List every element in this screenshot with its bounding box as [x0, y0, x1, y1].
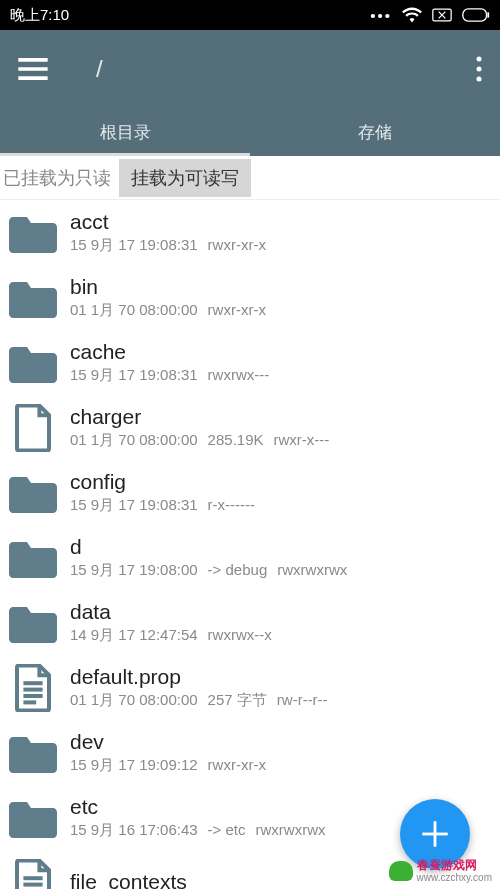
- signal-dots-icon: •••: [370, 7, 392, 24]
- file-meta: 15 9月 17 19:08:31rwxr-xr-x: [70, 236, 500, 255]
- file-meta: 15 9月 17 19:08:00-> debugrwxrwxrwx: [70, 561, 500, 580]
- list-item[interactable]: default.prop01 1月 70 08:00:00257 字节rw-r-…: [0, 655, 500, 720]
- list-item[interactable]: cache15 9月 17 19:08:31rwxrwx---: [0, 330, 500, 395]
- svg-rect-2: [487, 12, 489, 17]
- file-link: -> debug: [208, 561, 268, 580]
- file-link: -> etc: [208, 821, 246, 840]
- file-name: data: [70, 600, 500, 624]
- list-item[interactable]: bin01 1月 70 08:00:00rwxr-xr-x: [0, 265, 500, 330]
- file-date: 15 9月 17 19:08:31: [70, 496, 198, 515]
- watermark: 春蚕游戏网 www.czchxy.com: [389, 859, 492, 883]
- app-bar-top: /: [0, 30, 500, 108]
- menu-icon[interactable]: [18, 58, 48, 80]
- folder-icon: [8, 793, 58, 843]
- folder-icon: [8, 468, 58, 518]
- list-item[interactable]: acct15 9月 17 19:08:31rwxr-xr-x: [0, 200, 500, 265]
- list-item[interactable]: config15 9月 17 19:08:31r-x------: [0, 460, 500, 525]
- status-icons: •••: [370, 7, 490, 24]
- svg-rect-1: [463, 9, 487, 21]
- tab-1[interactable]: 存储: [250, 108, 500, 156]
- file-name: bin: [70, 275, 500, 299]
- mount-readonly-label: 已挂载为只读: [0, 166, 111, 190]
- file-date: 01 1月 70 08:00:00: [70, 691, 198, 710]
- plus-icon: [418, 817, 452, 851]
- wifi-icon: [402, 7, 422, 23]
- file-date: 15 9月 16 17:06:43: [70, 821, 198, 840]
- folder-icon: [8, 533, 58, 583]
- file-icon: [8, 403, 58, 453]
- file-name: default.prop: [70, 665, 500, 689]
- list-item[interactable]: d15 9月 17 19:08:00-> debugrwxrwxrwx: [0, 525, 500, 590]
- status-bar: 晚上7:10 •••: [0, 0, 500, 30]
- file-perm: rwxr-xr-x: [208, 756, 266, 775]
- file-perm: rwxrwx--x: [208, 626, 272, 645]
- file-perm: rwxrwxrwx: [256, 821, 326, 840]
- list-item[interactable]: dev15 9月 17 19:09:12rwxr-xr-x: [0, 720, 500, 785]
- status-time: 晚上7:10: [10, 6, 370, 25]
- file-meta: 01 1月 70 08:00:00257 字节rw-r--r--: [70, 691, 500, 710]
- folder-icon: [8, 273, 58, 323]
- file-size: 257 字节: [208, 691, 267, 710]
- mount-rw-button[interactable]: 挂载为可读写: [119, 159, 251, 197]
- file-perm: r-x------: [208, 496, 255, 515]
- textfile-icon: [8, 858, 58, 890]
- file-date: 01 1月 70 08:00:00: [70, 301, 198, 320]
- file-meta: 15 9月 17 19:09:12rwxr-xr-x: [70, 756, 500, 775]
- file-name: config: [70, 470, 500, 494]
- list-item[interactable]: charger01 1月 70 08:00:00285.19Krwxr-x---: [0, 395, 500, 460]
- file-perm: rw-r--r--: [277, 691, 328, 710]
- file-name: dev: [70, 730, 500, 754]
- breadcrumb-path[interactable]: /: [48, 55, 476, 83]
- watermark-name: 春蚕游戏网: [417, 859, 492, 872]
- watermark-url: www.czchxy.com: [417, 872, 492, 883]
- file-date: 15 9月 17 19:08:31: [70, 366, 198, 385]
- file-date: 01 1月 70 08:00:00: [70, 431, 198, 450]
- watermark-logo-icon: [389, 861, 413, 881]
- file-perm: rwxrwx---: [208, 366, 270, 385]
- file-list: acct15 9月 17 19:08:31rwxr-xr-xbin01 1月 7…: [0, 200, 500, 889]
- list-item[interactable]: data14 9月 17 12:47:54rwxrwx--x: [0, 590, 500, 655]
- file-meta: 01 1月 70 08:00:00285.19Krwxr-x---: [70, 431, 500, 450]
- file-name: cache: [70, 340, 500, 364]
- file-date: 15 9月 17 19:08:00: [70, 561, 198, 580]
- file-meta: 15 9月 17 19:08:31r-x------: [70, 496, 500, 515]
- battery-icon: [462, 8, 490, 22]
- mount-status: 已挂载为只读 挂载为可读写: [0, 156, 500, 200]
- svg-point-4: [477, 67, 482, 72]
- file-name: acct: [70, 210, 500, 234]
- tabs: 根目录存储: [0, 108, 500, 156]
- app-bar: / 根目录存储: [0, 30, 500, 156]
- file-perm: rwxr-xr-x: [208, 301, 266, 320]
- file-date: 15 9月 17 19:09:12: [70, 756, 198, 775]
- file-perm: rwxr-xr-x: [208, 236, 266, 255]
- file-name: d: [70, 535, 500, 559]
- file-name: charger: [70, 405, 500, 429]
- folder-icon: [8, 598, 58, 648]
- textfile-icon: [8, 663, 58, 713]
- file-meta: 15 9月 17 19:08:31rwxrwx---: [70, 366, 500, 385]
- close-box-icon: [432, 8, 452, 22]
- file-perm: rwxrwxrwx: [277, 561, 347, 580]
- file-perm: rwxr-x---: [274, 431, 330, 450]
- file-size: 285.19K: [208, 431, 264, 450]
- folder-icon: [8, 338, 58, 388]
- svg-point-5: [477, 77, 482, 82]
- file-date: 15 9月 17 19:08:31: [70, 236, 198, 255]
- folder-icon: [8, 728, 58, 778]
- file-meta: 14 9月 17 12:47:54rwxrwx--x: [70, 626, 500, 645]
- more-icon[interactable]: [476, 56, 482, 82]
- folder-icon: [8, 208, 58, 258]
- tab-0[interactable]: 根目录: [0, 108, 250, 156]
- svg-point-3: [477, 57, 482, 62]
- file-date: 14 9月 17 12:47:54: [70, 626, 198, 645]
- file-meta: 01 1月 70 08:00:00rwxr-xr-x: [70, 301, 500, 320]
